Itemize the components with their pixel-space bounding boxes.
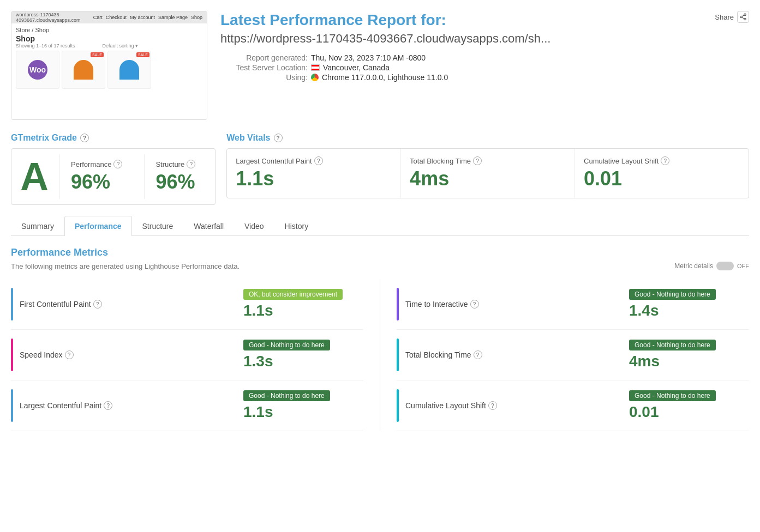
tbt-badge-area: Good - Nothing to do here 4ms: [629, 340, 749, 370]
product-card-woo: Woo: [16, 51, 59, 89]
si-value: 1.3s: [243, 353, 273, 370]
lcp-metric-name: Largest Contentful Paint ?: [20, 401, 243, 410]
cls-metric-help-icon[interactable]: ?: [488, 401, 497, 410]
metric-row-cls: Cumulative Layout Shift ? Good - Nothing…: [397, 380, 749, 431]
metric-row-lcp: Largest Contentful Paint ? Good - Nothin…: [11, 380, 363, 431]
tab-video[interactable]: Video: [234, 216, 274, 236]
svg-line-3: [742, 17, 744, 19]
cls-metric-name: Cumulative Layout Shift ?: [405, 401, 629, 410]
report-url: https://wordpress-1170435-4093667.cloudw…: [220, 32, 749, 46]
grade-box: A Performance ? 96% Structure ? 96%: [11, 148, 216, 205]
si-name: Speed Index ?: [20, 350, 243, 359]
tab-waterfall[interactable]: Waterfall: [183, 216, 234, 236]
tti-badge-area: Good - Nothing to do here 1.4s: [629, 289, 749, 319]
gtmetrix-section-title: GTmetrix Grade: [11, 133, 77, 143]
lcp-border: [11, 389, 13, 422]
tti-border: [397, 288, 399, 321]
generated-label: Report generated:: [220, 53, 308, 62]
metric-row-si: Speed Index ? Good - Nothing to do here …: [11, 330, 363, 380]
tab-history[interactable]: History: [274, 216, 319, 236]
svg-point-2: [744, 18, 746, 20]
si-border: [11, 338, 13, 371]
lcp-badge-area: Good - Nothing to do here 1.1s: [243, 390, 363, 421]
metric-details-toggle[interactable]: Metric details OFF: [674, 262, 749, 270]
using-value: Chrome 117.0.0.0, Lighthouse 11.0.0: [322, 73, 448, 82]
lcp-badge: Good - Nothing to do here: [243, 390, 330, 401]
vitals-box: Largest Contentful Paint ? 1.1s Total Bl…: [226, 148, 749, 198]
lcp-value: 1.1s: [236, 167, 392, 190]
structure-help-icon[interactable]: ?: [187, 160, 195, 168]
generated-value: Thu, Nov 23, 2023 7:10 AM -0800: [311, 53, 426, 62]
si-help-icon[interactable]: ?: [65, 350, 74, 359]
performance-metrics-section: Performance Metrics The following metric…: [11, 247, 749, 431]
cls-badge: Good - Nothing to do here: [629, 390, 716, 401]
tab-performance[interactable]: Performance: [64, 216, 132, 236]
tbt-metric-value: 4ms: [629, 353, 660, 370]
tti-help-icon[interactable]: ?: [470, 300, 479, 309]
metric-row-tbt: Total Blocking Time ? Good - Nothing to …: [397, 330, 749, 380]
report-title: Latest Performance Report for:: [220, 11, 749, 29]
fcp-value: 1.1s: [243, 302, 273, 319]
perf-subtitle-text: The following metrics are generated usin…: [11, 262, 240, 270]
canada-flag-icon: [311, 64, 320, 71]
tab-structure[interactable]: Structure: [132, 216, 184, 236]
toggle-switch[interactable]: [716, 262, 734, 270]
tbt-metric-name: Total Blocking Time ?: [405, 350, 629, 359]
fcp-badge-area: OK, but consider improvement 1.1s: [243, 289, 363, 319]
tbt-badge: Good - Nothing to do here: [629, 340, 716, 350]
share-icon: [737, 11, 749, 23]
tti-value: 1.4s: [629, 302, 659, 319]
svg-line-4: [742, 15, 744, 16]
gtmetrix-grade-section: GTmetrix Grade ? A Performance ? 96% Str…: [11, 133, 216, 205]
fcp-help-icon[interactable]: ?: [93, 300, 102, 309]
tbt-value: 4ms: [410, 167, 566, 190]
tti-name: Time to Interactive ?: [405, 300, 629, 309]
tab-summary[interactable]: Summary: [11, 216, 64, 236]
metric-row-tti: Time to Interactive ? Good - Nothing to …: [397, 279, 749, 330]
web-vitals-help-icon[interactable]: ?: [274, 134, 283, 142]
si-badge: Good - Nothing to do here: [243, 340, 330, 350]
site-screenshot: wordpress-1170435-4093667.cloudwaysapps.…: [11, 11, 207, 120]
tbt-metric-help-icon[interactable]: ?: [474, 350, 482, 359]
share-button[interactable]: Share: [715, 11, 749, 23]
si-badge-area: Good - Nothing to do here 1.3s: [243, 340, 363, 370]
tbt-vital: Total Blocking Time ? 4ms: [401, 149, 575, 198]
structure-metric: Structure ? 96%: [144, 154, 206, 199]
metrics-container: First Contentful Paint ? OK, but conside…: [11, 279, 749, 431]
lcp-vital: Largest Contentful Paint ? 1.1s: [227, 149, 401, 198]
metric-row-fcp: First Contentful Paint ? OK, but conside…: [11, 279, 363, 330]
using-label: Using:: [220, 73, 308, 82]
chrome-icon: [311, 74, 319, 81]
product-card-blue: [107, 51, 151, 89]
lcp-help-icon[interactable]: ?: [314, 156, 323, 165]
metrics-right-column: Time to Interactive ? Good - Nothing to …: [380, 279, 749, 431]
cls-badge-area: Good - Nothing to do here 0.01: [629, 390, 749, 421]
svg-point-1: [740, 16, 743, 18]
structure-value: 96%: [155, 171, 195, 194]
cls-border: [397, 389, 399, 422]
location-label: Test Server Location:: [220, 63, 308, 72]
tbt-border: [397, 338, 399, 371]
web-vitals-title: Web Vitals: [226, 133, 270, 143]
tab-bar: Summary Performance Structure Waterfall …: [11, 216, 749, 236]
performance-metric: Performance ? 96%: [59, 154, 133, 199]
metrics-left-column: First Contentful Paint ? OK, but conside…: [11, 279, 380, 431]
location-value: Vancouver, Canada: [323, 63, 390, 72]
tbt-help-icon[interactable]: ?: [473, 156, 482, 165]
performance-value: 96%: [71, 171, 110, 194]
fcp-border: [11, 288, 13, 321]
fcp-badge: OK, but consider improvement: [243, 289, 343, 300]
lcp-metric-help-icon[interactable]: ?: [104, 401, 112, 410]
cls-help-icon[interactable]: ?: [661, 156, 669, 165]
cls-vital: Cumulative Layout Shift ? 0.01: [575, 149, 749, 198]
product-card-orange: [62, 51, 105, 89]
gtmetrix-help-icon[interactable]: ?: [80, 134, 89, 142]
performance-help-icon[interactable]: ?: [113, 160, 122, 168]
fcp-name: First Contentful Paint ?: [20, 300, 243, 309]
report-info: Share Latest Performance Report for: htt…: [220, 11, 749, 83]
cls-value: 0.01: [584, 167, 740, 190]
perf-section-title: Performance Metrics: [11, 247, 749, 258]
cls-metric-value: 0.01: [629, 403, 659, 421]
tti-badge: Good - Nothing to do here: [629, 289, 716, 300]
grade-letter: A: [20, 157, 49, 196]
